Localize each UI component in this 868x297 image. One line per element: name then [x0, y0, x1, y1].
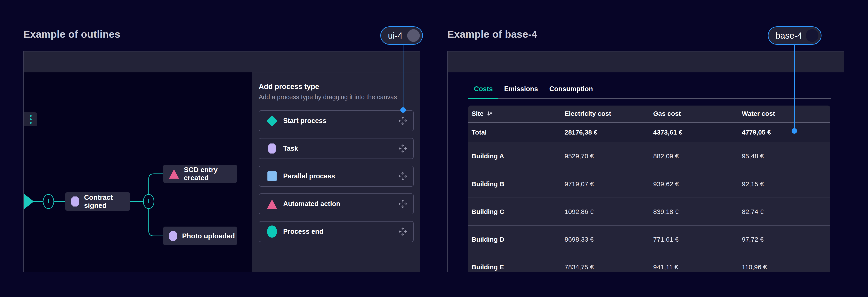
process-type-item-start[interactable]: Start process: [259, 110, 414, 131]
move-icon[interactable]: [398, 144, 408, 153]
electricity-cost: 1092,86 €: [561, 208, 650, 216]
octagon-icon: [169, 231, 177, 241]
move-icon[interactable]: [398, 116, 408, 126]
process-type-item-automated[interactable]: Automated action: [259, 193, 414, 214]
column-header-site: Site: [471, 110, 484, 117]
site-name: Building B: [468, 180, 561, 188]
ui4-version-pill[interactable]: ui-4: [380, 26, 423, 45]
pill-label: ui-4: [388, 31, 403, 40]
triangle-icon: [267, 199, 277, 209]
table-toolbar: [448, 52, 844, 72]
tab-emissions[interactable]: Emissions: [498, 82, 544, 99]
ellipse-icon: [267, 226, 277, 238]
site-name: Building D: [468, 236, 561, 243]
move-icon[interactable]: [398, 171, 408, 181]
annotation-line-left: [403, 44, 403, 108]
diamond-icon: [267, 116, 278, 127]
process-type-item-parallel[interactable]: Parallel process: [259, 166, 414, 187]
toggle-knob-icon[interactable]: [806, 29, 818, 42]
process-type-label: Automated action: [283, 200, 392, 208]
octagon-icon: [71, 196, 79, 206]
node-photo-uploaded[interactable]: Photo uploaded: [163, 227, 237, 245]
sort-icon[interactable]: [486, 110, 493, 117]
add-process-panel: Add process type Add a process type by d…: [252, 72, 420, 272]
kebab-dot: [30, 115, 32, 117]
table-total-row: Total 28176,38 € 4373,61 € 4779,05 €: [468, 123, 830, 142]
flow-canvas[interactable]: + + Contract signed SCD entry created Ph…: [24, 72, 252, 272]
electricity-cost: 9719,07 €: [561, 180, 650, 188]
play-icon: [24, 194, 34, 209]
toggle-knob-icon[interactable]: [407, 29, 420, 42]
total-label: Total: [468, 129, 561, 136]
table-row[interactable]: Building D 8698,33 € 771,61 € 97,72 €: [468, 225, 830, 253]
process-type-label: Parallel process: [283, 172, 392, 180]
data-table-panel: Costs Emissions Consumption Site Electri…: [447, 51, 844, 272]
gas-cost: 941,11 €: [650, 263, 739, 271]
water-cost: 82,74 €: [739, 208, 830, 216]
site-name: Building E: [468, 263, 561, 271]
annotation-dot-left: [400, 107, 406, 113]
site-name: Building A: [468, 153, 561, 160]
electricity-cost: 8698,33 €: [561, 236, 650, 243]
canvas-menu-button[interactable]: [24, 112, 37, 126]
table-row[interactable]: Building E 7834,75 € 941,11 € 110,96 €: [468, 253, 830, 272]
node-label: SCD entry created: [184, 166, 237, 182]
left-section-title: Example of outlines: [23, 28, 120, 40]
water-cost: 92,15 €: [739, 180, 830, 188]
annotation-line-right: [794, 44, 795, 129]
right-section-title: Example of base-4: [447, 28, 537, 40]
electricity-cost: 7834,75 €: [561, 263, 650, 271]
tab-bar: Costs Emissions Consumption: [468, 82, 831, 99]
editor-toolbar: [24, 52, 420, 72]
table-row[interactable]: Building A 9529,70 € 882,09 € 95,48 €: [468, 142, 830, 170]
column-header-gas: Gas cost: [650, 110, 739, 117]
process-editor-panel: + + Contract signed SCD entry created Ph…: [23, 51, 420, 272]
kebab-dot: [30, 122, 32, 124]
base4-version-pill[interactable]: base-4: [768, 26, 822, 45]
process-type-label: Task: [283, 144, 392, 153]
move-icon[interactable]: [398, 227, 408, 236]
annotation-dot-right: [792, 128, 797, 134]
node-label: Photo uploaded: [182, 232, 235, 240]
square-icon: [268, 171, 277, 181]
total-electricity: 28176,38 €: [561, 129, 650, 136]
water-cost: 95,48 €: [739, 153, 830, 160]
gas-cost: 771,61 €: [650, 236, 739, 243]
costs-table: Site Electricity cost Gas cost Water cos…: [468, 105, 830, 272]
node-contract-signed[interactable]: Contract signed: [65, 192, 130, 211]
move-icon[interactable]: [398, 199, 408, 209]
column-header-electricity: Electricity cost: [561, 110, 650, 117]
tab-costs[interactable]: Costs: [468, 82, 498, 99]
node-label: Contract signed: [84, 193, 130, 209]
table-header-row: Site Electricity cost Gas cost Water cos…: [468, 105, 830, 123]
column-header-water: Water cost: [739, 110, 830, 117]
pill-label: base-4: [775, 31, 802, 40]
add-process-subtitle: Add a process type by dragging it into t…: [259, 93, 414, 101]
octagon-icon: [268, 143, 276, 154]
process-type-label: Process end: [283, 228, 392, 235]
table-row[interactable]: Building C 1092,86 € 839,18 € 82,74 €: [468, 198, 830, 225]
add-process-title: Add process type: [259, 82, 414, 91]
kebab-dot: [30, 119, 32, 120]
node-scd-entry-created[interactable]: SCD entry created: [163, 165, 237, 183]
process-type-item-task[interactable]: Task: [259, 138, 414, 159]
electricity-cost: 9529,70 €: [561, 153, 650, 160]
add-node-button[interactable]: +: [143, 194, 154, 209]
process-type-label: Start process: [283, 117, 392, 125]
site-name: Building C: [468, 208, 561, 216]
tab-consumption[interactable]: Consumption: [544, 82, 599, 99]
triangle-icon: [169, 169, 179, 178]
water-cost: 110,96 €: [739, 263, 830, 271]
total-gas: 4373,61 €: [650, 129, 739, 136]
process-type-item-end[interactable]: Process end: [259, 221, 414, 242]
table-row[interactable]: Building B 9719,07 € 939,62 € 92,15 €: [468, 170, 830, 198]
gas-cost: 939,62 €: [650, 180, 739, 188]
gas-cost: 882,09 €: [650, 153, 739, 160]
water-cost: 97,72 €: [739, 236, 830, 243]
total-water: 4779,05 €: [739, 129, 830, 136]
gas-cost: 839,18 €: [650, 208, 739, 216]
add-node-button[interactable]: +: [43, 194, 54, 209]
